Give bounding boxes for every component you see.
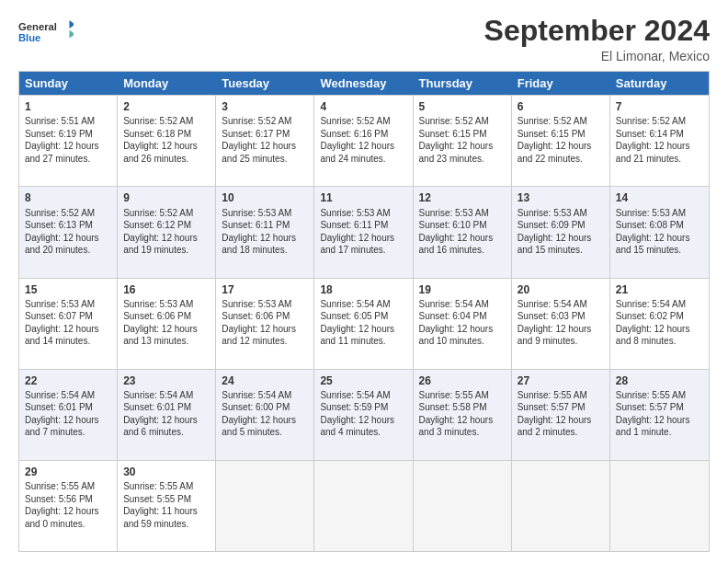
- day-info: and 13 minutes.: [123, 335, 210, 348]
- day-info: Sunrise: 5:54 AM: [222, 389, 308, 402]
- day-info: Sunset: 6:14 PM: [616, 128, 703, 141]
- day-info: Sunrise: 5:53 AM: [616, 207, 703, 220]
- calendar-cell: [414, 461, 512, 551]
- svg-marker-3: [70, 30, 74, 39]
- calendar-cell: 26Sunrise: 5:55 AMSunset: 5:58 PMDayligh…: [414, 370, 512, 460]
- day-info: Daylight: 12 hours: [123, 232, 210, 245]
- day-number: 8: [25, 190, 111, 205]
- day-info: and 59 minutes.: [123, 518, 210, 531]
- day-info: Sunset: 6:10 PM: [419, 219, 506, 232]
- day-number: 24: [222, 373, 308, 388]
- day-info: Daylight: 12 hours: [222, 232, 308, 245]
- day-info: Daylight: 12 hours: [419, 232, 506, 245]
- calendar-cell: 15Sunrise: 5:53 AMSunset: 6:07 PMDayligh…: [19, 279, 118, 369]
- day-info: Daylight: 12 hours: [123, 140, 210, 153]
- day-info: Sunrise: 5:52 AM: [222, 115, 308, 128]
- day-info: Sunrise: 5:54 AM: [518, 298, 604, 311]
- header: General Blue September 2024 El Limonar, …: [18, 15, 710, 63]
- day-info: and 2 minutes.: [518, 426, 604, 439]
- calendar-cell: 27Sunrise: 5:55 AMSunset: 5:57 PMDayligh…: [512, 370, 610, 460]
- day-number: 27: [518, 373, 604, 388]
- day-number: 23: [123, 373, 210, 388]
- day-info: Sunset: 6:11 PM: [222, 219, 308, 232]
- calendar-cell: 22Sunrise: 5:54 AMSunset: 6:01 PMDayligh…: [19, 370, 118, 460]
- calendar-cell: 21Sunrise: 5:54 AMSunset: 6:02 PMDayligh…: [610, 279, 709, 369]
- day-info: Sunset: 5:55 PM: [123, 493, 210, 506]
- day-info: and 10 minutes.: [419, 335, 506, 348]
- day-info: and 19 minutes.: [123, 244, 210, 257]
- day-info: Sunrise: 5:54 AM: [123, 389, 210, 402]
- day-info: Sunset: 6:03 PM: [518, 310, 604, 323]
- day-info: Sunrise: 5:53 AM: [222, 207, 308, 220]
- day-number: 26: [419, 373, 506, 388]
- day-info: Daylight: 12 hours: [419, 414, 506, 427]
- day-info: and 23 minutes.: [419, 153, 506, 166]
- title-block: September 2024 El Limonar, Mexico: [484, 15, 710, 63]
- calendar-cell: 1Sunrise: 5:51 AMSunset: 6:19 PMDaylight…: [19, 96, 118, 186]
- day-info: Sunset: 5:56 PM: [25, 493, 111, 506]
- day-info: Sunset: 6:01 PM: [25, 401, 111, 414]
- day-info: Daylight: 12 hours: [616, 414, 703, 427]
- day-info: Sunrise: 5:54 AM: [25, 389, 111, 402]
- day-info: Daylight: 12 hours: [25, 232, 111, 245]
- day-info: Sunrise: 5:55 AM: [518, 389, 604, 402]
- calendar-cell: 17Sunrise: 5:53 AMSunset: 6:06 PMDayligh…: [216, 279, 314, 369]
- calendar-cell: 29Sunrise: 5:55 AMSunset: 5:56 PMDayligh…: [19, 461, 118, 551]
- day-info: Sunrise: 5:53 AM: [320, 207, 406, 220]
- calendar-cell: 24Sunrise: 5:54 AMSunset: 6:00 PMDayligh…: [216, 370, 314, 460]
- day-number: 21: [616, 282, 703, 297]
- day-info: and 12 minutes.: [222, 335, 308, 348]
- day-info: Sunset: 6:02 PM: [616, 310, 703, 323]
- day-info: Sunset: 6:11 PM: [320, 219, 406, 232]
- calendar-cell: 8Sunrise: 5:52 AMSunset: 6:13 PMDaylight…: [19, 187, 118, 277]
- day-info: and 9 minutes.: [518, 335, 604, 348]
- day-info: Sunrise: 5:52 AM: [123, 115, 210, 128]
- calendar-cell: 5Sunrise: 5:52 AMSunset: 6:15 PMDaylight…: [414, 96, 512, 186]
- day-info: and 6 minutes.: [123, 426, 210, 439]
- calendar-cell: 11Sunrise: 5:53 AMSunset: 6:11 PMDayligh…: [314, 187, 413, 277]
- day-info: and 26 minutes.: [123, 153, 210, 166]
- day-info: Sunset: 5:57 PM: [616, 401, 703, 414]
- day-info: and 4 minutes.: [320, 426, 406, 439]
- day-info: Daylight: 12 hours: [222, 140, 308, 153]
- day-number: 18: [320, 282, 406, 297]
- page: General Blue September 2024 El Limonar, …: [0, 0, 728, 563]
- day-info: Sunrise: 5:52 AM: [123, 207, 210, 220]
- day-info: Daylight: 12 hours: [616, 323, 703, 336]
- day-info: Sunset: 6:00 PM: [222, 401, 308, 414]
- day-number: 16: [123, 282, 210, 297]
- day-info: and 14 minutes.: [25, 335, 111, 348]
- calendar-cell: 3Sunrise: 5:52 AMSunset: 6:17 PMDaylight…: [216, 96, 314, 186]
- day-info: Sunset: 6:12 PM: [123, 219, 210, 232]
- day-info: Sunset: 6:13 PM: [25, 219, 111, 232]
- day-info: and 8 minutes.: [616, 335, 703, 348]
- day-info: Sunrise: 5:52 AM: [25, 207, 111, 220]
- svg-marker-2: [70, 20, 74, 29]
- day-info: Sunrise: 5:51 AM: [25, 115, 111, 128]
- day-info: Sunset: 6:01 PM: [123, 401, 210, 414]
- calendar-cell: 20Sunrise: 5:54 AMSunset: 6:03 PMDayligh…: [512, 279, 610, 369]
- day-info: Daylight: 12 hours: [123, 414, 210, 427]
- day-info: Daylight: 12 hours: [518, 323, 604, 336]
- day-info: Daylight: 12 hours: [25, 323, 111, 336]
- day-info: Daylight: 12 hours: [320, 414, 406, 427]
- calendar-cell: [610, 461, 709, 551]
- day-info: and 7 minutes.: [25, 426, 111, 439]
- day-info: and 25 minutes.: [222, 153, 308, 166]
- calendar-cell: 9Sunrise: 5:52 AMSunset: 6:12 PMDaylight…: [118, 187, 216, 277]
- calendar-cell: 10Sunrise: 5:53 AMSunset: 6:11 PMDayligh…: [216, 187, 314, 277]
- day-info: Daylight: 12 hours: [222, 323, 308, 336]
- day-info: Sunset: 6:04 PM: [419, 310, 506, 323]
- day-number: 28: [616, 373, 703, 388]
- day-number: 13: [518, 190, 604, 205]
- header-thursday: Thursday: [414, 72, 512, 95]
- calendar-cell: 23Sunrise: 5:54 AMSunset: 6:01 PMDayligh…: [118, 370, 216, 460]
- logo-svg: General Blue: [18, 15, 74, 48]
- day-info: and 18 minutes.: [222, 244, 308, 257]
- day-info: Sunset: 6:07 PM: [25, 310, 111, 323]
- day-number: 17: [222, 282, 308, 297]
- calendar-cell: 30Sunrise: 5:55 AMSunset: 5:55 PMDayligh…: [118, 461, 216, 551]
- day-info: Daylight: 12 hours: [518, 232, 604, 245]
- day-number: 25: [320, 373, 406, 388]
- svg-text:Blue: Blue: [18, 32, 40, 43]
